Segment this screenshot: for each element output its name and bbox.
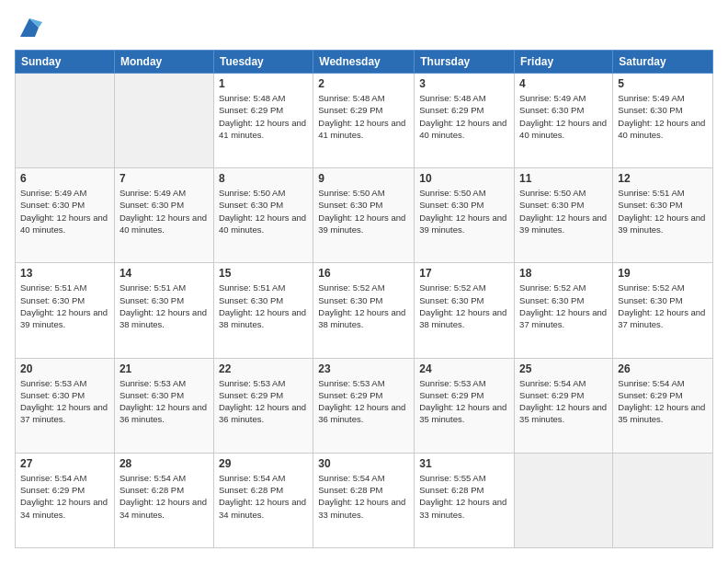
weekday-header-monday: Monday xyxy=(114,51,213,74)
calendar-cell: 25Sunrise: 5:54 AM Sunset: 6:29 PM Dayli… xyxy=(515,358,613,453)
calendar-week-row: 1Sunrise: 5:48 AM Sunset: 6:29 PM Daylig… xyxy=(16,74,713,168)
calendar-cell: 16Sunrise: 5:52 AM Sunset: 6:30 PM Dayli… xyxy=(313,263,415,358)
day-number: 3 xyxy=(419,77,509,90)
day-number: 8 xyxy=(219,172,308,185)
day-number: 5 xyxy=(618,77,708,90)
weekday-header-tuesday: Tuesday xyxy=(213,51,313,74)
day-number: 14 xyxy=(119,267,209,280)
day-number: 1 xyxy=(219,77,308,90)
calendar-cell: 3Sunrise: 5:48 AM Sunset: 6:29 PM Daylig… xyxy=(415,74,515,168)
calendar-cell: 2Sunrise: 5:48 AM Sunset: 6:29 PM Daylig… xyxy=(313,74,415,168)
day-info: Sunrise: 5:49 AM Sunset: 6:30 PM Dayligh… xyxy=(519,92,608,141)
day-info: Sunrise: 5:50 AM Sunset: 6:30 PM Dayligh… xyxy=(519,187,608,236)
weekday-header-saturday: Saturday xyxy=(613,51,713,74)
weekday-header-sunday: Sunday xyxy=(16,51,115,74)
day-info: Sunrise: 5:54 AM Sunset: 6:29 PM Dayligh… xyxy=(519,377,608,426)
day-number: 4 xyxy=(519,77,608,90)
calendar-cell: 27Sunrise: 5:54 AM Sunset: 6:29 PM Dayli… xyxy=(16,453,115,547)
day-info: Sunrise: 5:51 AM Sunset: 6:30 PM Dayligh… xyxy=(20,282,109,330)
calendar-cell: 12Sunrise: 5:51 AM Sunset: 6:30 PM Dayli… xyxy=(613,168,713,263)
calendar-cell: 26Sunrise: 5:54 AM Sunset: 6:29 PM Dayli… xyxy=(613,358,713,453)
calendar-cell: 17Sunrise: 5:52 AM Sunset: 6:30 PM Dayli… xyxy=(415,263,515,358)
calendar-cell: 23Sunrise: 5:53 AM Sunset: 6:29 PM Dayli… xyxy=(313,358,415,453)
weekday-header-row: SundayMondayTuesdayWednesdayThursdayFrid… xyxy=(16,51,713,74)
day-number: 15 xyxy=(219,267,308,280)
calendar-cell: 10Sunrise: 5:50 AM Sunset: 6:30 PM Dayli… xyxy=(415,168,515,263)
day-info: Sunrise: 5:50 AM Sunset: 6:30 PM Dayligh… xyxy=(318,187,409,236)
calendar-week-row: 27Sunrise: 5:54 AM Sunset: 6:29 PM Dayli… xyxy=(16,453,713,547)
day-number: 16 xyxy=(318,267,409,280)
calendar-cell: 19Sunrise: 5:52 AM Sunset: 6:30 PM Dayli… xyxy=(613,263,713,358)
calendar-cell: 7Sunrise: 5:49 AM Sunset: 6:30 PM Daylig… xyxy=(114,168,213,263)
calendar-cell: 13Sunrise: 5:51 AM Sunset: 6:30 PM Dayli… xyxy=(16,263,115,358)
calendar-table: SundayMondayTuesdayWednesdayThursdayFrid… xyxy=(15,50,713,548)
day-info: Sunrise: 5:51 AM Sunset: 6:30 PM Dayligh… xyxy=(119,282,209,330)
day-number: 13 xyxy=(20,267,109,280)
calendar-cell xyxy=(114,74,213,168)
day-number: 11 xyxy=(519,172,608,185)
day-number: 27 xyxy=(20,457,109,470)
weekday-header-friday: Friday xyxy=(515,51,613,74)
logo xyxy=(15,15,42,40)
day-info: Sunrise: 5:48 AM Sunset: 6:29 PM Dayligh… xyxy=(318,92,409,141)
day-number: 31 xyxy=(419,457,509,470)
day-info: Sunrise: 5:54 AM Sunset: 6:28 PM Dayligh… xyxy=(219,472,308,521)
calendar-cell: 1Sunrise: 5:48 AM Sunset: 6:29 PM Daylig… xyxy=(213,74,313,168)
calendar-cell xyxy=(613,453,713,547)
day-info: Sunrise: 5:49 AM Sunset: 6:30 PM Dayligh… xyxy=(119,187,209,236)
day-number: 20 xyxy=(20,362,109,375)
calendar-cell: 31Sunrise: 5:55 AM Sunset: 6:28 PM Dayli… xyxy=(415,453,515,547)
day-info: Sunrise: 5:53 AM Sunset: 6:30 PM Dayligh… xyxy=(20,377,109,426)
calendar-cell: 30Sunrise: 5:54 AM Sunset: 6:28 PM Dayli… xyxy=(313,453,415,547)
header xyxy=(15,15,713,40)
day-info: Sunrise: 5:48 AM Sunset: 6:29 PM Dayligh… xyxy=(419,92,509,141)
calendar-cell: 22Sunrise: 5:53 AM Sunset: 6:29 PM Dayli… xyxy=(213,358,313,453)
calendar-cell: 28Sunrise: 5:54 AM Sunset: 6:28 PM Dayli… xyxy=(114,453,213,547)
logo-icon xyxy=(17,15,42,40)
day-info: Sunrise: 5:54 AM Sunset: 6:28 PM Dayligh… xyxy=(318,472,409,521)
day-info: Sunrise: 5:55 AM Sunset: 6:28 PM Dayligh… xyxy=(419,472,509,521)
day-number: 29 xyxy=(219,457,308,470)
day-info: Sunrise: 5:53 AM Sunset: 6:29 PM Dayligh… xyxy=(219,377,308,426)
day-number: 7 xyxy=(119,172,209,185)
day-number: 17 xyxy=(419,267,509,280)
day-number: 18 xyxy=(519,267,608,280)
day-info: Sunrise: 5:54 AM Sunset: 6:29 PM Dayligh… xyxy=(20,472,109,521)
calendar-cell: 15Sunrise: 5:51 AM Sunset: 6:30 PM Dayli… xyxy=(213,263,313,358)
day-info: Sunrise: 5:49 AM Sunset: 6:30 PM Dayligh… xyxy=(20,187,109,236)
day-number: 23 xyxy=(318,362,409,375)
calendar-week-row: 20Sunrise: 5:53 AM Sunset: 6:30 PM Dayli… xyxy=(16,358,713,453)
calendar-week-row: 13Sunrise: 5:51 AM Sunset: 6:30 PM Dayli… xyxy=(16,263,713,358)
calendar-cell: 20Sunrise: 5:53 AM Sunset: 6:30 PM Dayli… xyxy=(16,358,115,453)
day-number: 9 xyxy=(318,172,409,185)
calendar-cell: 5Sunrise: 5:49 AM Sunset: 6:30 PM Daylig… xyxy=(613,74,713,168)
day-info: Sunrise: 5:54 AM Sunset: 6:29 PM Dayligh… xyxy=(618,377,708,426)
day-info: Sunrise: 5:54 AM Sunset: 6:28 PM Dayligh… xyxy=(119,472,209,521)
day-number: 26 xyxy=(618,362,708,375)
day-number: 2 xyxy=(318,77,409,90)
page: SundayMondayTuesdayWednesdayThursdayFrid… xyxy=(0,0,728,563)
day-info: Sunrise: 5:48 AM Sunset: 6:29 PM Dayligh… xyxy=(219,92,308,141)
calendar-cell xyxy=(16,74,115,168)
day-number: 30 xyxy=(318,457,409,470)
calendar-cell: 4Sunrise: 5:49 AM Sunset: 6:30 PM Daylig… xyxy=(515,74,613,168)
day-info: Sunrise: 5:53 AM Sunset: 6:29 PM Dayligh… xyxy=(318,377,409,426)
calendar-cell: 14Sunrise: 5:51 AM Sunset: 6:30 PM Dayli… xyxy=(114,263,213,358)
day-number: 22 xyxy=(219,362,308,375)
day-number: 25 xyxy=(519,362,608,375)
calendar-cell: 29Sunrise: 5:54 AM Sunset: 6:28 PM Dayli… xyxy=(213,453,313,547)
calendar-cell xyxy=(515,453,613,547)
day-info: Sunrise: 5:52 AM Sunset: 6:30 PM Dayligh… xyxy=(618,282,708,330)
day-info: Sunrise: 5:53 AM Sunset: 6:30 PM Dayligh… xyxy=(119,377,209,426)
calendar-cell: 24Sunrise: 5:53 AM Sunset: 6:29 PM Dayli… xyxy=(415,358,515,453)
day-number: 21 xyxy=(119,362,209,375)
day-info: Sunrise: 5:52 AM Sunset: 6:30 PM Dayligh… xyxy=(318,282,409,330)
day-number: 6 xyxy=(20,172,109,185)
calendar-cell: 9Sunrise: 5:50 AM Sunset: 6:30 PM Daylig… xyxy=(313,168,415,263)
day-info: Sunrise: 5:50 AM Sunset: 6:30 PM Dayligh… xyxy=(219,187,308,236)
day-number: 19 xyxy=(618,267,708,280)
day-info: Sunrise: 5:52 AM Sunset: 6:30 PM Dayligh… xyxy=(419,282,509,330)
calendar-cell: 8Sunrise: 5:50 AM Sunset: 6:30 PM Daylig… xyxy=(213,168,313,263)
day-info: Sunrise: 5:49 AM Sunset: 6:30 PM Dayligh… xyxy=(618,92,708,141)
day-number: 12 xyxy=(618,172,708,185)
